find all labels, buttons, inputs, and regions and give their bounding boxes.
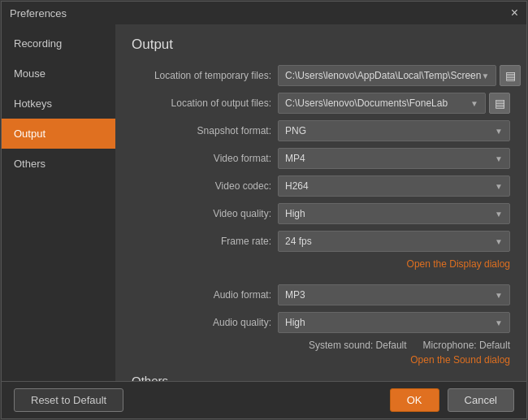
footer-left: Reset to Default — [14, 388, 123, 412]
frame-rate-control: 24 fps ▼ — [278, 231, 510, 252]
sidebar: Recording Mouse Hotkeys Output Others — [2, 24, 115, 381]
frame-rate-label: Frame rate: — [132, 236, 278, 247]
sidebar-item-recording[interactable]: Recording — [2, 28, 115, 58]
footer-right: OK Cancel — [390, 388, 514, 412]
audio-quality-value: High — [285, 317, 305, 328]
open-sound-dialog-link[interactable]: Open the Sound dialog — [410, 354, 510, 366]
temp-path-select[interactable]: C:\Users\lenovo\AppData\Local\Temp\Scree… — [278, 65, 496, 86]
frame-rate-value: 24 fps — [285, 236, 312, 247]
output-path-row: Location of output files: C:\Users\lenov… — [132, 93, 510, 114]
snapshot-format-value: PNG — [285, 125, 306, 136]
dialog-title: Preferences — [10, 7, 67, 19]
audio-quality-control: High ▼ — [278, 312, 510, 333]
video-quality-row: Video quality: High ▼ — [132, 203, 510, 224]
cancel-button[interactable]: Cancel — [448, 388, 514, 412]
temp-path-label: Location of temporary files: — [132, 70, 278, 81]
output-path-control: C:\Users\lenovo\Documents\FoneLab ▼ ▤ — [278, 93, 510, 114]
output-path-label: Location of output files: — [132, 97, 278, 109]
video-quality-control: High ▼ — [278, 203, 510, 224]
temp-path-control: C:\Users\lenovo\AppData\Local\Temp\Scree… — [278, 65, 521, 86]
video-format-row: Video format: MP4 ▼ — [132, 148, 510, 169]
video-codec-control: H264 ▼ — [278, 175, 510, 197]
sidebar-item-others[interactable]: Others — [2, 149, 115, 179]
frame-rate-select[interactable]: 24 fps ▼ — [278, 231, 510, 252]
video-codec-row: Video codec: H264 ▼ — [132, 175, 510, 197]
video-format-label: Video format: — [132, 153, 278, 164]
snapshot-format-select[interactable]: PNG ▼ — [278, 120, 510, 141]
video-codec-value: H264 — [285, 180, 309, 192]
output-path-select[interactable]: C:\Users\lenovo\Documents\FoneLab ▼ — [278, 93, 486, 114]
audio-format-value: MP3 — [285, 289, 305, 301]
folder-icon: ▤ — [495, 97, 505, 110]
ok-button[interactable]: OK — [390, 388, 439, 412]
sidebar-item-output[interactable]: Output — [2, 119, 115, 149]
snapshot-format-label: Snapshot format: — [132, 125, 278, 136]
sound-info-row: System sound: Default Microphone: Defaul… — [132, 340, 510, 351]
video-quality-select[interactable]: High ▼ — [278, 203, 510, 224]
reset-default-button[interactable]: Reset to Default — [14, 388, 123, 412]
others-section-title: Others — [132, 374, 510, 381]
display-dialog-link-row: Open the Display dialog — [132, 258, 510, 270]
preferences-dialog: Preferences × Recording Mouse Hotkeys Ou… — [1, 1, 527, 419]
system-sound-info: System sound: Default — [309, 340, 407, 351]
snapshot-format-control: PNG ▼ — [278, 120, 510, 141]
chevron-down-icon: ▼ — [495, 127, 503, 136]
video-codec-label: Video codec: — [132, 180, 278, 192]
output-path-value: C:\Users\lenovo\Documents\FoneLab — [285, 97, 448, 109]
video-quality-label: Video quality: — [132, 208, 278, 219]
video-format-select[interactable]: MP4 ▼ — [278, 148, 510, 169]
audio-format-select[interactable]: MP3 ▼ — [278, 284, 510, 305]
temp-path-row: Location of temporary files: C:\Users\le… — [132, 65, 510, 86]
audio-format-label: Audio format: — [132, 289, 278, 301]
title-bar: Preferences × — [2, 2, 526, 24]
chevron-down-icon: ▼ — [495, 237, 503, 246]
video-format-value: MP4 — [285, 153, 305, 164]
main-area: Recording Mouse Hotkeys Output Others Ou… — [2, 24, 526, 381]
temp-path-folder-button[interactable]: ▤ — [500, 65, 521, 86]
section-title: Output — [132, 37, 510, 53]
footer: Reset to Default OK Cancel — [2, 381, 526, 418]
close-button[interactable]: × — [511, 6, 518, 19]
video-format-control: MP4 ▼ — [278, 148, 510, 169]
audio-format-row: Audio format: MP3 ▼ — [132, 284, 510, 305]
temp-path-value: C:\Users\lenovo\AppData\Local\Temp\Scree… — [285, 70, 481, 81]
audio-quality-select[interactable]: High ▼ — [278, 312, 510, 333]
chevron-down-icon: ▼ — [495, 182, 503, 191]
chevron-down-icon: ▼ — [470, 99, 478, 108]
sound-dialog-link-row: Open the Sound dialog — [132, 354, 510, 366]
chevron-down-icon: ▼ — [495, 318, 503, 327]
audio-format-control: MP3 ▼ — [278, 284, 510, 305]
content-area: Output Location of temporary files: C:\U… — [115, 24, 526, 381]
chevron-down-icon: ▼ — [495, 210, 503, 219]
frame-rate-row: Frame rate: 24 fps ▼ — [132, 231, 510, 252]
folder-icon: ▤ — [505, 69, 516, 82]
snapshot-format-row: Snapshot format: PNG ▼ — [132, 120, 510, 141]
video-quality-value: High — [285, 208, 305, 219]
sidebar-item-mouse[interactable]: Mouse — [2, 58, 115, 89]
chevron-down-icon: ▼ — [495, 154, 503, 163]
chevron-down-icon: ▼ — [495, 291, 503, 300]
chevron-down-icon: ▼ — [481, 71, 489, 80]
output-path-folder-button[interactable]: ▤ — [489, 93, 510, 114]
microphone-info: Microphone: Default — [423, 340, 510, 351]
audio-quality-row: Audio quality: High ▼ — [132, 312, 510, 333]
sidebar-item-hotkeys[interactable]: Hotkeys — [2, 89, 115, 119]
audio-quality-label: Audio quality: — [132, 317, 278, 328]
video-codec-select[interactable]: H264 ▼ — [278, 175, 510, 197]
open-display-dialog-link[interactable]: Open the Display dialog — [407, 258, 510, 270]
